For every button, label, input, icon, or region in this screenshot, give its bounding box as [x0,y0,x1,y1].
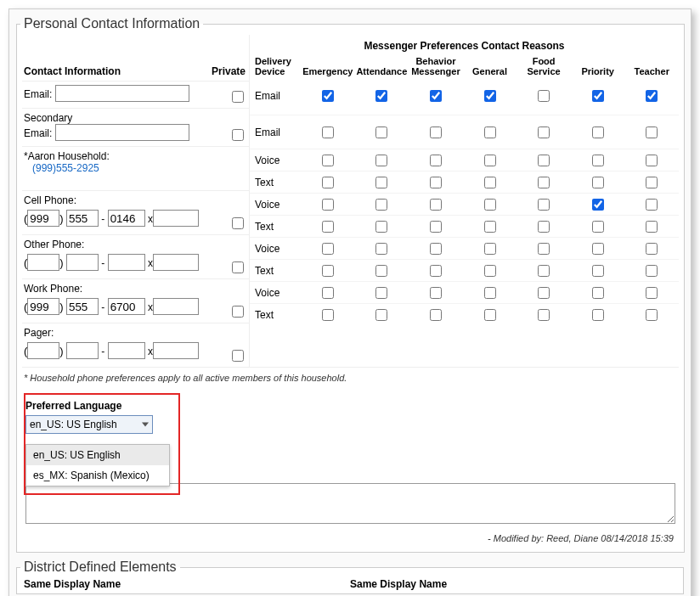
pref-checkbox[interactable] [484,243,496,255]
pref-checkbox[interactable] [322,177,334,188]
pager-area[interactable] [27,342,59,359]
pref-checkbox[interactable] [646,90,658,102]
pref-checkbox[interactable] [322,265,334,277]
pref-checkbox[interactable] [484,177,496,188]
other-line[interactable] [108,254,145,271]
secondary-email-private-checkbox[interactable] [232,129,244,141]
pref-checkbox[interactable] [592,155,604,166]
pref-checkbox[interactable] [322,90,334,102]
pref-checkbox[interactable] [592,265,604,277]
email-private-checkbox[interactable] [232,91,244,103]
cell-ext[interactable] [153,210,199,227]
pref-checkbox[interactable] [646,287,658,299]
pref-checkbox[interactable] [538,265,550,277]
pref-checkbox[interactable] [592,243,604,255]
other-ext[interactable] [153,254,199,271]
pref-checkbox[interactable] [322,155,334,166]
pref-checkbox[interactable] [375,221,387,233]
pref-checkbox[interactable] [375,199,387,211]
cell-prefix[interactable] [66,210,99,227]
pref-checkbox[interactable] [484,90,496,102]
other-prefix[interactable] [66,254,99,271]
language-option[interactable]: es_MX: Spanish (Mexico) [26,465,169,486]
pager-block: Pager: () - x [22,323,249,367]
pref-checkbox[interactable] [484,309,496,321]
pref-checkbox[interactable] [538,309,550,321]
pref-checkbox[interactable] [538,221,550,233]
pref-checkbox[interactable] [592,221,604,233]
pref-checkbox[interactable] [538,243,550,255]
pref-checkbox[interactable] [430,90,442,102]
pager-ext[interactable] [153,342,199,359]
pref-checkbox[interactable] [646,155,658,166]
pref-checkbox[interactable] [646,309,658,321]
pref-checkbox[interactable] [430,155,442,166]
pref-checkbox[interactable] [592,90,604,102]
pref-checkbox[interactable] [484,221,496,233]
pref-checkbox[interactable] [322,199,334,211]
pref-checkbox[interactable] [538,127,550,138]
notes-textarea[interactable] [25,483,675,524]
pref-checkbox[interactable] [484,265,496,277]
work-prefix[interactable] [66,298,99,315]
pref-checkbox[interactable] [646,177,658,188]
pref-checkbox[interactable] [592,127,604,138]
pref-checkbox[interactable] [430,265,442,277]
pref-checkbox[interactable] [484,127,496,138]
work-private-checkbox[interactable] [232,306,244,318]
language-option[interactable]: en_US: US English [26,445,169,465]
pref-checkbox[interactable] [375,309,387,321]
pref-checkbox[interactable] [375,127,387,138]
pref-checkbox[interactable] [538,287,550,299]
cell-line[interactable] [108,210,145,227]
pref-checkbox[interactable] [484,287,496,299]
pref-checkbox[interactable] [322,309,334,321]
pref-checkbox[interactable] [375,287,387,299]
pref-checkbox[interactable] [375,243,387,255]
pager-private-checkbox[interactable] [232,350,244,362]
pref-checkbox[interactable] [484,155,496,166]
other-area[interactable] [27,254,59,271]
secondary-email-input[interactable] [55,124,189,141]
pref-checkbox[interactable] [322,127,334,138]
work-area[interactable] [27,298,59,315]
pref-checkbox[interactable] [430,287,442,299]
pref-checkbox[interactable] [592,309,604,321]
pref-checkbox[interactable] [484,199,496,211]
pref-checkbox[interactable] [430,127,442,138]
pref-checkbox[interactable] [592,287,604,299]
pref-checkbox[interactable] [375,177,387,188]
pref-checkbox[interactable] [430,309,442,321]
pref-checkbox[interactable] [322,221,334,233]
pref-checkbox[interactable] [322,287,334,299]
pref-checkbox[interactable] [538,155,550,166]
pref-checkbox[interactable] [322,243,334,255]
cell-area[interactable] [27,210,59,227]
work-ext[interactable] [153,298,199,315]
pref-checkbox[interactable] [430,221,442,233]
pref-checkbox[interactable] [430,177,442,188]
pager-prefix[interactable] [66,342,99,359]
pager-line[interactable] [108,342,145,359]
pref-checkbox[interactable] [538,177,550,188]
household-phone-link[interactable]: (999)555-2925 [32,162,99,174]
pref-checkbox[interactable] [430,199,442,211]
pref-checkbox[interactable] [592,177,604,188]
pref-checkbox[interactable] [375,155,387,166]
work-line[interactable] [108,298,145,315]
pref-checkbox[interactable] [646,199,658,211]
pref-checkbox[interactable] [538,90,550,102]
pref-checkbox[interactable] [375,265,387,277]
pref-checkbox[interactable] [646,243,658,255]
pref-checkbox[interactable] [646,265,658,277]
pref-checkbox[interactable] [375,90,387,102]
pref-checkbox[interactable] [592,199,604,211]
cell-private-checkbox[interactable] [232,217,244,229]
email-input[interactable] [55,85,189,102]
preferred-language-select[interactable]: en_US: US English [25,415,153,434]
pref-checkbox[interactable] [538,199,550,211]
pref-checkbox[interactable] [646,221,658,233]
pref-checkbox[interactable] [430,243,442,255]
pref-checkbox[interactable] [646,127,658,138]
other-private-checkbox[interactable] [232,261,244,273]
